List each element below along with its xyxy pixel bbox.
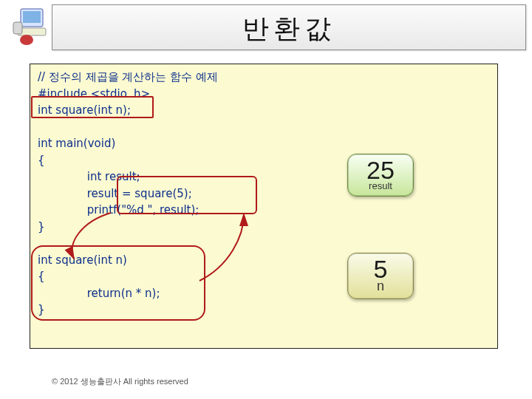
- title-bar: 반환값: [52, 4, 526, 50]
- label-result: result: [348, 180, 413, 191]
- code-func-close: }: [38, 303, 45, 316]
- svg-rect-1: [23, 11, 41, 23]
- code-prototype: int square(int n);: [38, 103, 131, 117]
- code-main-sig: int main(void): [38, 137, 115, 150]
- code-include: #include <stdio. h>: [38, 87, 150, 100]
- code-return: return(n * n);: [87, 287, 160, 300]
- svg-point-3: [20, 35, 33, 45]
- computer-logo-icon: [10, 4, 50, 46]
- code-assign: result = square(5);: [87, 187, 192, 200]
- code-printf: printf("%d ", result);: [87, 203, 200, 216]
- value-box-n: 5 n: [347, 253, 414, 299]
- code-decl: int result;: [87, 170, 140, 183]
- value-box-result: 25 result: [347, 154, 414, 197]
- code-brace-open: {: [38, 154, 45, 167]
- value-25: 25: [348, 157, 413, 183]
- code-func-sig: int square(int n): [38, 253, 127, 267]
- code-panel: // 정수의 제곱을 계산하는 함수 예제 #include <stdio. h…: [30, 64, 498, 349]
- code-comment: // 정수의 제곱을 계산하는 함수 예제: [38, 70, 218, 83]
- page-title: 반환값: [52, 5, 525, 47]
- svg-rect-4: [13, 22, 22, 34]
- code-func-open: {: [38, 270, 45, 283]
- value-5: 5: [348, 256, 413, 282]
- code-listing: // 정수의 제곱을 계산하는 함수 예제 #include <stdio. h…: [30, 64, 497, 323]
- footer-copyright: © 2012 생능출판사 All rights reserved: [52, 376, 188, 387]
- label-n: n: [348, 279, 413, 294]
- code-brace-close: }: [38, 220, 45, 233]
